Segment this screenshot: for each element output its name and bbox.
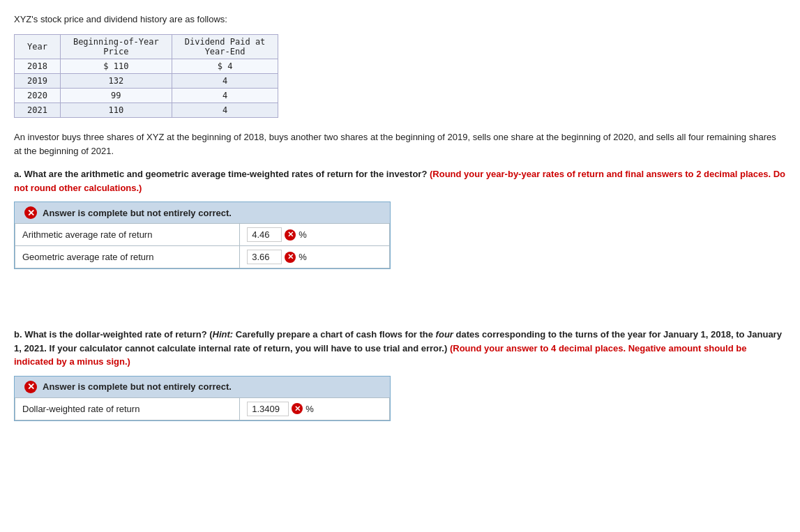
answer-label: Arithmetic average rate of return: [15, 224, 240, 246]
answer-value-cell: 4.46 ✕ %: [240, 224, 390, 246]
answer-row: Dollar-weighted rate of return 1.3409 ✕ …: [15, 397, 390, 420]
answer-value-cell: 3.66 ✕ %: [240, 246, 390, 268]
cell-dividend: $ 4: [172, 59, 278, 74]
answer-a-table: Arithmetic average rate of return 4.46 ✕…: [15, 223, 390, 268]
cell-year: 2020: [15, 89, 61, 103]
question-b-italic1: Hint:: [213, 329, 234, 340]
answer-label: Dollar-weighted rate of return: [15, 397, 240, 420]
answer-row: Geometric average rate of return 3.66 ✕ …: [15, 246, 390, 268]
stock-history-table: Year Beginning-of-YearPrice Dividend Pai…: [14, 34, 278, 118]
answer-box-a: ✕ Answer is complete but not entirely co…: [14, 202, 391, 269]
value-with-icon: 4.46 ✕ %: [247, 227, 307, 242]
investor-paragraph: An investor buys three shares of XYZ at …: [14, 130, 786, 158]
col-year-header: Year: [15, 35, 61, 59]
value-with-icon: 1.3409 ✕ %: [247, 402, 314, 416]
answer-b-header-text: Answer is complete but not entirely corr…: [43, 381, 232, 392]
pct-label: %: [305, 404, 314, 414]
intro-text: XYZ's stock price and dividend history a…: [14, 14, 786, 24]
question-b-text2: Carefully prepare a chart of cash flows …: [233, 329, 435, 340]
table-row: 2018 $ 110 $ 4: [15, 59, 278, 74]
col-price-header: Beginning-of-YearPrice: [60, 35, 172, 59]
pct-label: %: [299, 229, 307, 240]
question-b-italic2: four: [436, 329, 453, 340]
answer-b-header: ✕ Answer is complete but not entirely co…: [15, 377, 390, 397]
pct-label: %: [299, 252, 307, 262]
error-icon-b: ✕: [24, 381, 37, 393]
cell-dividend: 4: [172, 74, 278, 89]
cell-year: 2019: [15, 74, 61, 89]
question-b: b. What is the dollar-weighted rate of r…: [14, 328, 786, 369]
question-a-label: a.: [14, 169, 22, 179]
error-badge: ✕: [285, 229, 296, 241]
answer-value[interactable]: 3.66: [247, 250, 282, 264]
cell-dividend: 4: [172, 103, 278, 118]
answer-a-header: ✕ Answer is complete but not entirely co…: [15, 202, 390, 223]
question-a: a. What are the arithmetic and geometric…: [14, 167, 786, 195]
question-b-label: b.: [14, 329, 22, 340]
answer-a-header-text: Answer is complete but not entirely corr…: [43, 208, 232, 218]
answer-label: Geometric average rate of return: [15, 246, 240, 268]
error-badge: ✕: [285, 252, 296, 263]
cell-price: 110: [60, 103, 172, 118]
error-icon-a: ✕: [24, 206, 37, 219]
error-badge: ✕: [292, 403, 303, 414]
cell-year: 2021: [15, 103, 61, 118]
table-row: 2020 99 4: [15, 89, 278, 103]
question-a-text1: What are the arithmetic and geometric av…: [22, 169, 428, 179]
answer-box-b: ✕ Answer is complete but not entirely co…: [14, 376, 391, 421]
answer-value[interactable]: 4.46: [247, 227, 282, 242]
col-dividend-header: Dividend Paid atYear-End: [172, 35, 278, 59]
cell-price: $ 110: [60, 59, 172, 74]
value-with-icon: 3.66 ✕ %: [247, 250, 307, 264]
cell-price: 132: [60, 74, 172, 89]
table-row: 2021 110 4: [15, 103, 278, 118]
answer-row: Arithmetic average rate of return 4.46 ✕…: [15, 224, 390, 246]
cell-dividend: 4: [172, 89, 278, 103]
answer-value[interactable]: 1.3409: [247, 402, 289, 416]
cell-year: 2018: [15, 59, 61, 74]
table-row: 2019 132 4: [15, 74, 278, 89]
answer-b-table: Dollar-weighted rate of return 1.3409 ✕ …: [15, 397, 390, 420]
cell-price: 99: [60, 89, 172, 103]
question-b-text1: What is the dollar-weighted rate of retu…: [22, 329, 213, 340]
answer-value-cell: 1.3409 ✕ %: [240, 397, 390, 420]
